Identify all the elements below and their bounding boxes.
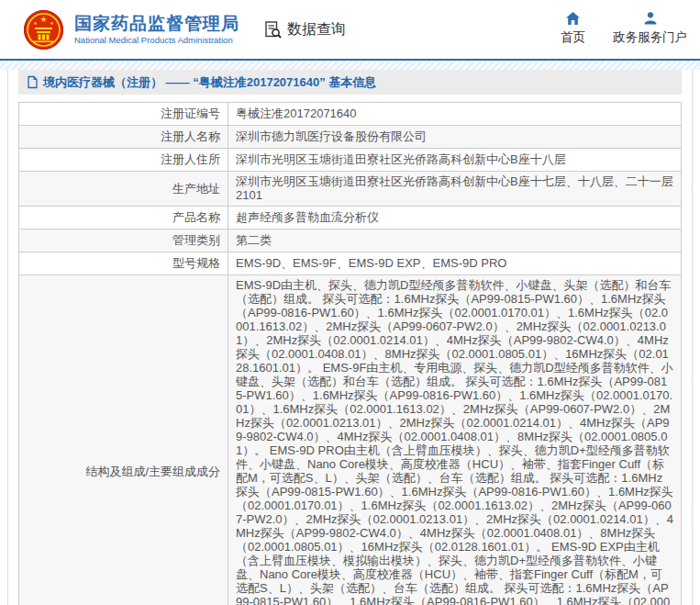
breadcrumb-text: 境内医疗器械（注册） —— “粤械注准20172071640” 基本信息 <box>43 74 376 91</box>
home-icon <box>565 11 581 26</box>
decorative-stripe-band <box>0 61 700 70</box>
registration-info-table: 注册证编号粤械注准20172071640注册人名称深圳市德力凯医疗设备股份有限公… <box>18 102 682 605</box>
info-table-body: 注册证编号粤械注准20172071640注册人名称深圳市德力凯医疗设备股份有限公… <box>19 103 682 605</box>
row-value: 深圳市光明区玉塘街道田寮社区光侨路高科创新中心B座十八层 <box>228 149 682 172</box>
row-label: 注册人名称 <box>19 126 228 149</box>
header-nav: 首页 政务服务门户 <box>561 11 687 48</box>
row-label: 管理类别 <box>19 230 228 252</box>
content-wrapper: 境内医疗器械（注册） —— “粤械注准20172071640” 基本信息 注册证… <box>7 70 693 605</box>
national-emblem-icon: ★ ★ ★ <box>23 9 64 50</box>
document-icon <box>27 75 39 89</box>
nmpa-logo[interactable]: ★ ★ ★ 国家药品监督管理局 National Medical Product… <box>23 9 239 50</box>
user-icon <box>643 11 658 26</box>
nav-home-label: 首页 <box>561 29 585 46</box>
data-query-tab[interactable]: 数据查询 <box>263 20 346 39</box>
table-row: 注册证编号粤械注准20172071640 <box>19 103 682 126</box>
table-row: 型号规格EMS-9D、EMS-9F、EMS-9D EXP、EMS-9D PRO <box>19 252 682 275</box>
agency-name-cn: 国家药品监督管理局 <box>74 14 239 34</box>
row-value: 深圳市德力凯医疗设备股份有限公司 <box>228 126 682 149</box>
table-row: 管理类别第二类 <box>19 230 682 252</box>
site-header: ★ ★ ★ 国家药品监督管理局 National Medical Product… <box>0 0 700 61</box>
row-label: 产品名称 <box>19 207 228 230</box>
agency-name-en: National Medical Products Administration <box>74 34 239 46</box>
row-value: 深圳市光明区玉塘街道田寮社区光侨路高科创新中心B座十七层、十八层、二十一层210… <box>228 172 682 207</box>
table-row: 注册人住所深圳市光明区玉塘街道田寮社区光侨路高科创新中心B座十八层 <box>19 149 682 172</box>
data-query-icon <box>263 20 283 39</box>
row-label: 结构及组成/主要组成成分 <box>19 275 228 605</box>
nav-portal-label: 政务服务门户 <box>613 29 687 46</box>
breadcrumb: 境内医疗器械（注册） —— “粤械注准20172071640” 基本信息 <box>18 70 682 95</box>
nav-home[interactable]: 首页 <box>561 11 585 46</box>
svg-text:★: ★ <box>33 20 38 26</box>
svg-text:★: ★ <box>50 20 54 26</box>
table-row: 结构及组成/主要组成成分EMS-9D由主机、探头、德力凯D型经颅多普勒软件、小键… <box>19 275 682 605</box>
row-label: 注册证编号 <box>19 103 228 126</box>
nav-portal[interactable]: 政务服务门户 <box>613 11 687 46</box>
table-row: 注册人名称深圳市德力凯医疗设备股份有限公司 <box>19 126 682 149</box>
page: ★ ★ ★ 国家药品监督管理局 National Medical Product… <box>0 0 700 605</box>
data-query-label: 数据查询 <box>287 20 346 39</box>
row-value: EMS-9D由主机、探头、德力凯D型经颅多普勒软件、小键盘、头架（选配）和台车（… <box>228 275 682 605</box>
row-label: 型号规格 <box>19 252 228 275</box>
row-value: 第二类 <box>228 230 682 252</box>
svg-text:★: ★ <box>39 14 47 23</box>
row-value: 粤械注准20172071640 <box>228 103 682 126</box>
table-row: 产品名称超声经颅多普勒血流分析仪 <box>19 207 682 230</box>
table-row: 生产地址深圳市光明区玉塘街道田寮社区光侨路高科创新中心B座十七层、十八层、二十一… <box>19 172 682 207</box>
row-value: EMS-9D、EMS-9F、EMS-9D EXP、EMS-9D PRO <box>228 252 682 275</box>
row-label: 生产地址 <box>19 172 228 207</box>
agency-titles: 国家药品监督管理局 National Medical Products Admi… <box>74 14 239 46</box>
row-label: 注册人住所 <box>19 149 228 172</box>
row-value: 超声经颅多普勒血流分析仪 <box>228 207 682 230</box>
